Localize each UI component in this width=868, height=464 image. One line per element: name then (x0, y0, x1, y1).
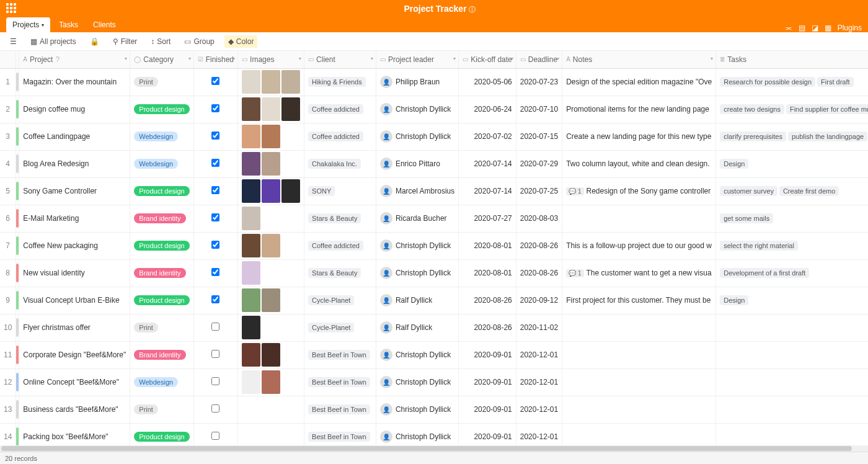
client-cell[interactable]: Cycle-Planet (304, 314, 376, 341)
category-cell[interactable]: Brand identity (130, 341, 193, 368)
deadline-cell[interactable]: 2020-07-10 (516, 96, 562, 123)
task-chip[interactable]: First draft (817, 77, 853, 87)
horizontal-scrollbar[interactable] (0, 445, 868, 452)
tab-clients[interactable]: Clients (87, 17, 122, 32)
image-thumb[interactable] (281, 179, 300, 203)
client-cell[interactable]: Best Beef in Town (304, 368, 376, 396)
project-cell[interactable]: Blog Area Redesign (19, 150, 130, 177)
images-cell[interactable] (238, 341, 304, 368)
notes-cell[interactable]: First project for this customer. They mu… (562, 287, 716, 314)
notes-cell[interactable] (562, 368, 716, 396)
finished-cell[interactable] (193, 368, 237, 396)
finished-checkbox[interactable] (211, 77, 219, 85)
color-button[interactable]: ◆ Color (224, 35, 258, 48)
col-header-client[interactable]: ▭ Client▾ (304, 51, 376, 68)
kickoff-cell[interactable]: 2020-08-26 (459, 314, 516, 341)
leader-cell[interactable]: 👤Ralf Dyllick (376, 287, 458, 314)
project-cell[interactable]: Sony Game Controller (19, 177, 130, 205)
lock-icon[interactable]: 🔒 (86, 35, 103, 48)
tasks-cell[interactable] (716, 314, 868, 341)
help-icon[interactable]: ? (55, 55, 60, 64)
task-chip[interactable]: customer survey (720, 186, 777, 196)
client-cell[interactable]: Coffee addicted (304, 123, 376, 150)
leader-cell[interactable]: 👤Christoph Dyllick (376, 232, 458, 259)
client-cell[interactable]: Cycle-Planet (304, 287, 376, 314)
row-number[interactable]: 6 (0, 205, 16, 232)
finished-checkbox[interactable] (211, 159, 219, 167)
image-thumb[interactable] (242, 125, 260, 148)
leader-cell[interactable]: 👤Ricarda Bucher (376, 205, 458, 232)
view-selector[interactable]: ▦ All projects (27, 35, 80, 48)
leader-cell[interactable]: 👤Christoph Dyllick (376, 123, 458, 150)
category-cell[interactable]: Print (130, 68, 193, 96)
finished-cell[interactable] (193, 287, 237, 314)
finished-checkbox[interactable] (211, 268, 219, 276)
comment-badge[interactable]: 💬 1 (566, 187, 583, 195)
share-icon[interactable]: ⫘ (785, 24, 792, 32)
deadline-cell[interactable]: 2020-08-03 (516, 205, 562, 232)
chevron-down-icon[interactable]: ▾ (125, 56, 127, 61)
deadline-cell[interactable]: 2020-07-23 (516, 68, 562, 96)
chevron-down-icon[interactable]: ▾ (557, 56, 559, 61)
project-cell[interactable]: Design coffee mug (19, 96, 130, 123)
image-thumb[interactable] (242, 343, 260, 367)
row-number[interactable]: 2 (0, 96, 16, 123)
project-cell[interactable]: Magazin: Over the mountain (19, 68, 130, 96)
notes-cell[interactable]: Create a new landing page for this new t… (562, 123, 716, 150)
client-cell[interactable]: Stars & Beauty (304, 259, 376, 287)
notes-cell[interactable] (562, 205, 716, 232)
deadline-cell[interactable]: 2020-12-01 (516, 341, 562, 368)
leader-cell[interactable]: 👤Enrico Pittaro (376, 150, 458, 177)
client-cell[interactable]: Stars & Beauty (304, 205, 376, 232)
client-cell[interactable]: Chakalaka Inc. (304, 150, 376, 177)
tasks-cell[interactable]: get some mails (716, 205, 868, 232)
category-cell[interactable]: Brand identity (130, 259, 193, 287)
deadline-cell[interactable]: 2020-07-29 (516, 150, 562, 177)
chevron-down-icon[interactable]: ▾ (711, 56, 713, 61)
finished-cell[interactable] (193, 232, 237, 259)
deadline-cell[interactable]: 2020-07-25 (516, 177, 562, 205)
leader-cell[interactable]: 👤Ralf Dyllick (376, 314, 458, 341)
task-chip[interactable]: create two designs (720, 104, 784, 114)
finished-checkbox[interactable] (211, 104, 219, 112)
deadline-cell[interactable]: 2020-08-26 (516, 259, 562, 287)
client-cell[interactable]: Coffee addicted (304, 232, 376, 259)
image-thumb[interactable] (262, 370, 280, 394)
finished-checkbox[interactable] (211, 132, 219, 140)
col-header-kick[interactable]: ▭ Kick-off date▾ (459, 51, 516, 68)
images-cell[interactable] (238, 150, 304, 177)
task-chip[interactable]: publish the landingpage (788, 132, 867, 141)
app-menu-icon[interactable] (6, 3, 17, 14)
kickoff-cell[interactable]: 2020-07-14 (459, 177, 516, 205)
image-thumb[interactable] (242, 70, 260, 94)
task-chip[interactable]: Research for possible design (720, 77, 815, 87)
finished-cell[interactable] (193, 68, 237, 96)
leader-cell[interactable]: 👤Philipp Braun (376, 68, 458, 96)
chevron-down-icon[interactable]: ▾ (299, 56, 301, 61)
finished-checkbox[interactable] (211, 295, 219, 303)
tasks-cell[interactable] (716, 341, 868, 368)
category-cell[interactable]: Product design (130, 232, 193, 259)
image-thumb[interactable] (242, 370, 260, 394)
leader-cell[interactable]: 👤Christoph Dyllick (376, 259, 458, 287)
deadline-cell[interactable]: 2020-11-02 (516, 314, 562, 341)
task-chip[interactable]: select the right material (720, 241, 798, 251)
project-cell[interactable]: Flyer christmas offer (19, 314, 130, 341)
col-header-leader[interactable]: ▭ Project leader▾ (376, 51, 458, 68)
notes-cell[interactable]: Two column layout, white and clean desig… (562, 150, 716, 177)
finished-cell[interactable] (193, 205, 237, 232)
comment-badge[interactable]: 💬 1 (566, 269, 583, 277)
project-cell[interactable]: Online Concept "Beef&More" (19, 368, 130, 396)
images-cell[interactable] (238, 396, 304, 423)
kickoff-cell[interactable]: 2020-09-01 (459, 396, 516, 423)
finished-checkbox[interactable] (211, 213, 219, 221)
tasks-cell[interactable]: customer surveyCreate first demo (716, 177, 868, 205)
task-chip[interactable]: clarify prerequisites (720, 132, 786, 141)
tab-projects[interactable]: Projects▾ (6, 17, 50, 32)
category-cell[interactable]: Webdesign (130, 123, 193, 150)
image-thumb[interactable] (242, 288, 260, 312)
project-cell[interactable]: Coffee New packaging (19, 232, 130, 259)
finished-checkbox[interactable] (211, 377, 219, 385)
image-thumb[interactable] (242, 97, 260, 121)
deadline-cell[interactable]: 2020-08-26 (516, 232, 562, 259)
